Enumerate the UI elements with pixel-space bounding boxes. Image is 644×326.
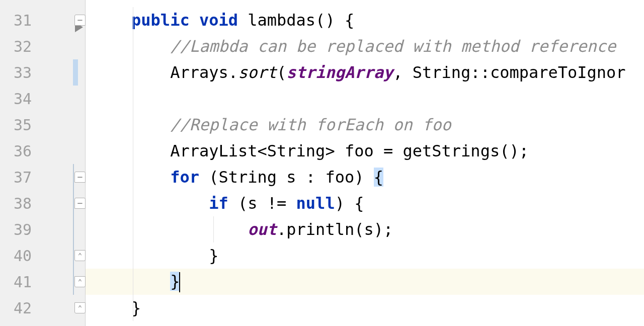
gutter-markers: ⌃ [37, 269, 85, 295]
gutter: 31−323334353637−38−3940⌃41⌃42⌃ [0, 0, 86, 326]
indent-guide [133, 33, 133, 59]
gutter-markers: ⌃ [37, 242, 85, 269]
code-line[interactable]: out.println(s); [86, 216, 644, 242]
code-token [238, 11, 248, 30]
indent [93, 246, 209, 265]
code-line[interactable]: } [86, 242, 644, 269]
indent-guide [133, 164, 133, 190]
code-token: for [170, 168, 199, 187]
fold-end-icon[interactable]: ⌃ [74, 250, 86, 261]
code-line[interactable]: public void lambdas() { [86, 7, 644, 33]
gutter-line: 37− [0, 164, 85, 190]
line-number[interactable]: 39 [0, 221, 38, 238]
code-content: out.println(s); [93, 220, 393, 239]
gutter-line: 36 [0, 138, 85, 164]
fold-end-icon[interactable]: ⌃ [74, 302, 86, 313]
fold-collapse-icon[interactable]: − [74, 198, 86, 209]
indent-guide [133, 59, 133, 86]
gutter-markers [37, 86, 85, 112]
vcs-change-marker[interactable] [73, 59, 78, 86]
fold-vertical-line [73, 269, 74, 295]
code-token: null [296, 194, 335, 213]
code-token: } [170, 272, 180, 291]
code-token: (s != [228, 194, 296, 213]
code-token: ) { [335, 194, 364, 213]
gutter-markers: − [37, 190, 85, 216]
code-content: ArrayList<String> foo = getStrings(); [93, 141, 529, 160]
gutter-line: 34 [0, 86, 85, 112]
code-line[interactable] [86, 86, 644, 112]
code-line[interactable]: } [86, 295, 644, 321]
gutter-markers: ⌃ [37, 295, 85, 321]
line-number[interactable]: 38 [0, 195, 38, 212]
code-token: (String s : foo) [199, 168, 374, 187]
line-number[interactable]: 34 [0, 90, 38, 108]
code-line[interactable]: //Lambda can be replaced with method ref… [86, 33, 644, 59]
gutter-line: 35 [0, 112, 85, 138]
gutter-line: 38− [0, 190, 85, 216]
code-content: for (String s : foo) { [93, 168, 383, 187]
code-token: ( [277, 63, 286, 82]
fold-collapse-icon[interactable]: − [74, 172, 86, 183]
indent [93, 63, 170, 82]
line-number[interactable]: 42 [0, 299, 38, 317]
line-number[interactable]: 33 [0, 64, 38, 82]
fold-end-icon[interactable]: ⌃ [74, 276, 86, 287]
code-editor[interactable]: 31−323334353637−38−3940⌃41⌃42⌃ public vo… [0, 0, 644, 326]
line-number[interactable]: 31 [0, 12, 38, 29]
indent [93, 194, 209, 213]
code-token: if [209, 194, 228, 213]
code-token: } [209, 246, 218, 265]
gutter-line: 32 [0, 33, 85, 59]
gutter-markers [37, 138, 85, 164]
code-line[interactable]: Arrays.sort(stringArray, String::compare… [86, 59, 644, 86]
code-token: public [131, 11, 190, 30]
line-number[interactable]: 35 [0, 116, 38, 134]
indent [93, 168, 170, 187]
gutter-line: 40⌃ [0, 242, 85, 269]
indent [93, 115, 170, 134]
code-line[interactable]: ArrayList<String> foo = getStrings(); [86, 138, 644, 164]
indent-guide [133, 216, 133, 242]
code-token [190, 11, 199, 30]
code-token: //Replace with forEach on foo [170, 115, 451, 134]
line-number[interactable]: 36 [0, 142, 38, 160]
code-token: stringArray [286, 63, 393, 82]
code-line[interactable]: //Replace with forEach on foo [86, 112, 644, 138]
line-number[interactable]: 41 [0, 273, 38, 291]
code-token: () { [315, 11, 354, 30]
indent-guide [133, 138, 133, 164]
fold-vertical-line [73, 242, 74, 269]
indent-guide [133, 242, 133, 269]
code-line[interactable]: } [86, 269, 644, 295]
code-token: lambdas [248, 11, 315, 30]
gutter-markers [37, 59, 85, 86]
code-line[interactable]: if (s != null) { [86, 190, 644, 216]
line-number[interactable]: 37 [0, 169, 38, 186]
code-token: ArrayList<String> foo = getStrings(); [170, 141, 529, 160]
line-number[interactable]: 32 [0, 38, 38, 55]
gutter-markers [37, 33, 85, 59]
gutter-markers [37, 216, 85, 242]
code-content: } [93, 272, 180, 292]
code-token: out [248, 220, 277, 239]
indent [93, 37, 170, 56]
code-token: { [374, 168, 383, 187]
fold-vertical-line [73, 164, 74, 190]
indent [93, 298, 131, 317]
fold-collapse-icon[interactable]: − [74, 15, 86, 26]
gutter-markers [37, 112, 85, 138]
code-line[interactable]: for (String s : foo) { [86, 164, 644, 190]
fold-vertical-line [73, 190, 74, 216]
gutter-markers: − [37, 7, 85, 33]
gutter-markers: − [37, 164, 85, 190]
code-content: } [93, 298, 141, 317]
code-area[interactable]: public void lambdas() { //Lambda can be … [86, 0, 644, 326]
gutter-line: 39 [0, 216, 85, 242]
code-token: void [199, 11, 238, 30]
code-token: //Lambda can be replaced with method ref… [170, 37, 616, 56]
indent-guide [213, 216, 214, 242]
indent-guide [133, 269, 133, 295]
indent [93, 272, 170, 291]
line-number[interactable]: 40 [0, 247, 38, 265]
